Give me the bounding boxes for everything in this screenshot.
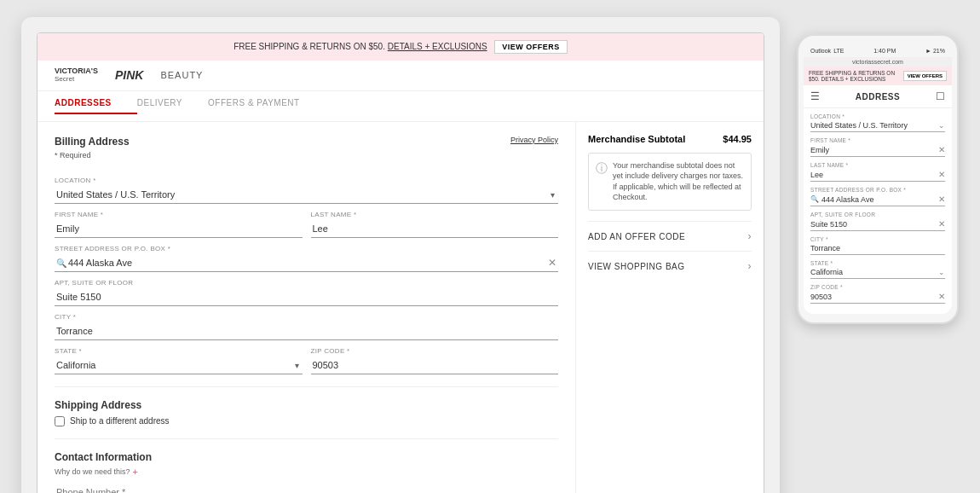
phone-city-label: CITY * (810, 236, 945, 242)
last-name-field: LAST NAME * (311, 211, 559, 238)
phone-zip-value-row: 90503 ✕ (810, 290, 945, 304)
phone-last-name-label: LAST NAME * (810, 162, 945, 168)
phone-device: Outlook LTE 1:40 PM ► 21% victoriassecre… (797, 34, 959, 324)
phone-last-name-value-row: Lee ✕ (810, 168, 945, 182)
phone-zip-clear[interactable]: ✕ (938, 292, 945, 301)
chevron-right-icon-2: › (748, 260, 752, 272)
merchandise-subtotal: Merchandise Subtotal $44.95 (588, 134, 752, 144)
phone-first-name-value: Emily (810, 146, 829, 154)
promo-banner: FREE SHIPPING & RETURNS ON $50. DETAILS … (37, 33, 764, 61)
location-select-wrapper[interactable]: United States / U.S. Territory (55, 186, 558, 204)
state-zip-row: STATE * California ZIP CODE * (55, 347, 558, 374)
state-label: STATE * (55, 347, 303, 355)
phone-street-clear[interactable]: ✕ (938, 194, 945, 204)
city-input[interactable] (55, 322, 558, 340)
add-offer-label: ADD AN OFFER CODE (588, 232, 685, 241)
phone-city-field: CITY * Torrance (810, 236, 945, 255)
phone-banner-text: FREE SHIPPING & RETURNS ON $50. DETAILS … (809, 70, 903, 82)
why-link[interactable]: Why do we need this? + (55, 467, 558, 477)
hamburger-icon[interactable]: ☰ (810, 90, 820, 102)
phone-first-name-clear[interactable]: ✕ (938, 145, 945, 154)
network-text: LTE (833, 48, 844, 54)
phone-city-value-row: Torrance (810, 242, 945, 255)
phone-input[interactable] (55, 484, 558, 493)
street-input[interactable] (55, 254, 558, 272)
billing-address-title: Billing Address (55, 136, 130, 148)
location-row: LOCATION * United States / U.S. Territor… (55, 177, 558, 204)
phone-apt-clear[interactable]: ✕ (938, 219, 945, 229)
phone-state-label: STATE * (810, 260, 945, 266)
phone-last-name-value: Lee (810, 171, 823, 179)
phone-state-field: STATE * California ⌄ (810, 260, 945, 279)
banner-text: FREE SHIPPING & RETURNS ON $50. (233, 42, 385, 51)
state-select-wrapper[interactable]: California (55, 357, 303, 374)
view-shopping-bag-link[interactable]: VIEW SHOPPING BAG › (588, 251, 752, 281)
phone-location-label: LOCATION * (810, 113, 945, 119)
phone-street-value: 444 Alaska Ave (821, 195, 936, 204)
phone-street-label: STREET ADDRESS OR P.O. BOX * (810, 187, 945, 193)
phone-last-name-field: LAST NAME * Lee ✕ (810, 162, 945, 182)
phone-nav: ☰ ADDRESS ☐ (804, 85, 952, 108)
banner-details-link[interactable]: DETAILS + EXCLUSIONS (388, 42, 487, 51)
street-input-wrapper: 🔍 ✕ (55, 254, 558, 272)
ship-different-row: Ship to a different address (55, 416, 558, 426)
subtotal-value: $44.95 (723, 134, 752, 144)
last-name-input[interactable] (311, 220, 559, 238)
laptop-container: FREE SHIPPING & RETURNS ON $50. DETAILS … (21, 17, 780, 493)
nav-pink[interactable]: PINK (115, 68, 143, 82)
street-clear-icon[interactable]: ✕ (548, 257, 556, 269)
step-delivery[interactable]: DELIVERY (137, 98, 208, 114)
location-field: LOCATION * United States / U.S. Territor… (55, 177, 558, 204)
nav-beauty[interactable]: BEAUTY (160, 70, 203, 80)
street-row: STREET ADDRESS OR P.O. BOX * 🔍 ✕ (55, 245, 558, 272)
phone-apt-field: APT, SUITE OR FLOOR Suite 5150 ✕ (810, 212, 945, 231)
state-select[interactable]: California (55, 357, 303, 374)
main-content: Billing Address * Required Privacy Polic… (37, 122, 764, 493)
step-payment[interactable]: OFFERS & PAYMENT (208, 98, 326, 114)
view-offers-button[interactable]: VIEW OFFERS (494, 40, 568, 54)
city-row: CITY * (55, 313, 558, 340)
phone-first-name-value-row: Emily ✕ (810, 143, 945, 157)
contact-title: Contact Information (55, 451, 558, 463)
first-name-input[interactable] (55, 220, 303, 238)
apt-input[interactable] (55, 288, 558, 306)
ship-different-label: Ship to a different address (70, 416, 170, 426)
phone-location-field: LOCATION * United States / U.S. Territor… (810, 113, 945, 132)
subtotal-label: Merchandise Subtotal (588, 134, 685, 144)
add-offer-code-link[interactable]: ADD AN OFFER CODE › (588, 221, 752, 251)
location-select[interactable]: United States / U.S. Territory (55, 186, 558, 204)
phone-last-name-clear[interactable]: ✕ (938, 170, 945, 179)
chevron-right-icon: › (748, 230, 752, 242)
logo[interactable]: VICTORIA'S Secret (55, 67, 98, 84)
why-text: Why do we need this? (55, 467, 130, 476)
zip-label: ZIP CODE * (311, 347, 559, 355)
city-label: CITY * (55, 313, 558, 321)
zip-input[interactable] (311, 357, 559, 374)
phone-field (55, 484, 558, 493)
phone-url-bar[interactable]: victoriassecret.com (804, 57, 952, 67)
phone-row (55, 484, 558, 493)
phone-nav-action-icon[interactable]: ☐ (936, 90, 945, 102)
phone-location-select[interactable]: United States / U.S. Territory ⌄ (810, 119, 945, 132)
phone-state-select[interactable]: California ⌄ (810, 266, 945, 279)
contact-section: Contact Information Why do we need this?… (55, 438, 558, 493)
phone-view-offers-button[interactable]: VIEW OFFERS (903, 71, 947, 81)
step-addresses[interactable]: ADDRESSES (55, 98, 137, 114)
shipping-title: Shipping Address (55, 399, 558, 411)
signal-icon: ► (925, 48, 931, 54)
search-icon: 🔍 (56, 258, 66, 268)
info-box: ⓘ Your merchandise subtotal does not yet… (588, 153, 752, 211)
phone-form: LOCATION * United States / U.S. Territor… (804, 108, 952, 314)
phone-apt-label: APT, SUITE OR FLOOR (810, 212, 945, 218)
info-text: Your merchandise subtotal does not yet i… (613, 160, 744, 203)
ship-different-checkbox[interactable] (55, 416, 65, 426)
name-row: FIRST NAME * LAST NAME * (55, 211, 558, 238)
phone-screen: Outlook LTE 1:40 PM ► 21% victoriassecre… (804, 44, 952, 314)
location-label: LOCATION * (55, 177, 558, 184)
time-text: 1:40 PM (873, 48, 896, 54)
phone-apt-value: Suite 5150 (810, 220, 847, 229)
first-name-field: FIRST NAME * (55, 211, 303, 238)
privacy-link[interactable]: Privacy Policy (510, 136, 558, 144)
status-left: Outlook LTE (810, 48, 844, 54)
apt-row: APT, SUITE OR FLOOR (55, 279, 558, 306)
